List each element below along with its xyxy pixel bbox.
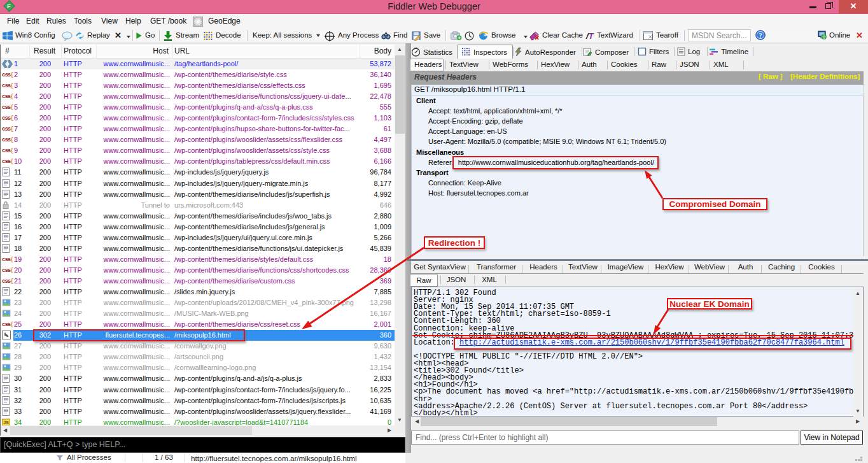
svg-text:?: ? [759,32,762,39]
svg-text:JS: JS [3,420,9,425]
